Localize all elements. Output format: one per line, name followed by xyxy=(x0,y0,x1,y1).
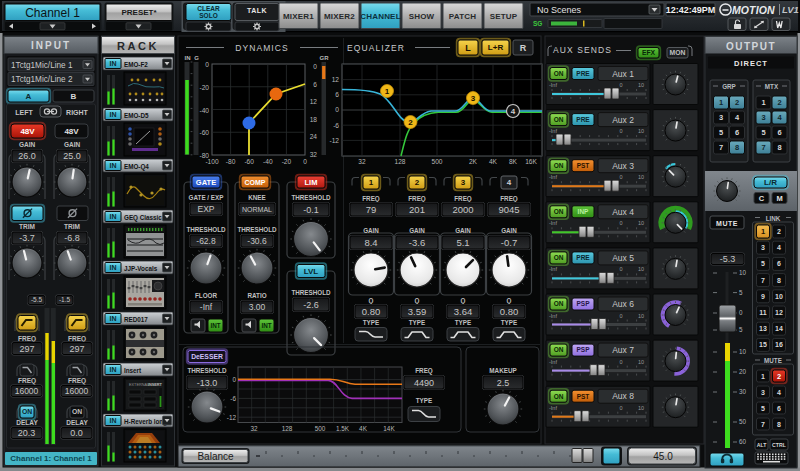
svg-text:0: 0 xyxy=(205,61,209,68)
svg-text:20.3: 20.3 xyxy=(18,428,36,438)
svg-text:10: 10 xyxy=(638,313,644,319)
svg-text:IN: IN xyxy=(110,162,117,169)
svg-text:H-Reverb long: H-Reverb long xyxy=(124,418,167,426)
svg-text:3: 3 xyxy=(719,113,723,122)
svg-text:PRE: PRE xyxy=(576,254,590,261)
svg-text:GRP: GRP xyxy=(722,83,736,90)
svg-text:TRIM: TRIM xyxy=(64,223,80,230)
svg-text:INT: INT xyxy=(210,322,220,329)
svg-text:LEFT: LEFT xyxy=(15,109,33,116)
svg-text:-60: -60 xyxy=(199,129,209,136)
svg-text:3: 3 xyxy=(761,113,765,122)
svg-text:2: 2 xyxy=(735,98,739,107)
svg-text:-60: -60 xyxy=(244,158,254,165)
svg-text:AUX SENDS: AUX SENDS xyxy=(553,45,612,55)
svg-text:TYPE: TYPE xyxy=(455,319,471,326)
svg-text:18: 18 xyxy=(310,116,318,123)
svg-text:5: 5 xyxy=(719,128,723,137)
svg-text:10: 10 xyxy=(638,405,644,411)
svg-text:0: 0 xyxy=(619,82,622,88)
svg-text:ON: ON xyxy=(554,116,564,123)
svg-text:FREQ: FREQ xyxy=(408,195,426,203)
svg-text:2: 2 xyxy=(415,178,420,187)
svg-text:16: 16 xyxy=(775,341,783,348)
svg-text:GR: GR xyxy=(320,55,330,61)
svg-text:GATE / EXP: GATE / EXP xyxy=(189,194,224,201)
svg-text:-12: -12 xyxy=(227,414,237,421)
svg-text:8: 8 xyxy=(777,421,781,428)
svg-text:-0.1: -0.1 xyxy=(303,205,319,215)
svg-text:4: 4 xyxy=(511,107,516,116)
svg-text:48V: 48V xyxy=(20,127,35,136)
svg-text:-62.8: -62.8 xyxy=(196,236,216,246)
svg-text:JJP-Vocals: JJP-Vocals xyxy=(124,265,158,272)
svg-text:32: 32 xyxy=(358,158,366,165)
svg-text:RIGHT: RIGHT xyxy=(66,109,89,116)
svg-text:14: 14 xyxy=(775,325,783,332)
svg-text:1: 1 xyxy=(761,98,765,107)
svg-text:PRESET*: PRESET* xyxy=(121,8,157,17)
svg-text:FREQ: FREQ xyxy=(18,377,36,385)
svg-text:L+R: L+R xyxy=(488,43,504,52)
svg-text:13: 13 xyxy=(759,325,767,332)
svg-text:GAIN: GAIN xyxy=(363,227,379,234)
svg-text:Aux 5: Aux 5 xyxy=(612,253,634,263)
svg-text:1Tctg1Mic/Line 2: 1Tctg1Mic/Line 2 xyxy=(11,75,73,84)
svg-text:-3.6: -3.6 xyxy=(409,237,425,248)
svg-text:Aux 8: Aux 8 xyxy=(612,391,634,401)
svg-text:8: 8 xyxy=(735,143,739,152)
svg-text:TALK: TALK xyxy=(247,7,267,14)
svg-text:2: 2 xyxy=(777,98,781,107)
svg-text:3: 3 xyxy=(461,178,466,187)
svg-text:DeESSER: DeESSER xyxy=(191,353,223,360)
svg-text:1.5K: 1.5K xyxy=(336,425,350,432)
svg-text:-30.6: -30.6 xyxy=(247,236,267,246)
svg-text:LVL: LVL xyxy=(304,267,319,276)
svg-text:FREQ: FREQ xyxy=(500,195,518,203)
svg-text:C: C xyxy=(759,194,765,203)
svg-text:-13.0: -13.0 xyxy=(197,378,218,388)
svg-text:4: 4 xyxy=(777,244,781,251)
svg-text:No Scenes: No Scenes xyxy=(537,5,582,15)
svg-text:-Inf: -Inf xyxy=(549,405,557,411)
svg-text:Channel 1: Channel 1: Channel 1: Channel 1 xyxy=(10,454,92,463)
svg-text:7: 7 xyxy=(761,143,765,152)
svg-text:6: 6 xyxy=(313,81,317,88)
svg-text:NORMAL: NORMAL xyxy=(242,206,272,213)
svg-text:MUTE: MUTE xyxy=(764,357,782,364)
svg-text:26.0: 26.0 xyxy=(18,151,36,161)
svg-text:500: 500 xyxy=(315,425,326,432)
svg-text:1: 1 xyxy=(719,98,723,107)
svg-text:16000: 16000 xyxy=(15,386,39,396)
svg-text:25.0: 25.0 xyxy=(63,151,81,161)
svg-text:297: 297 xyxy=(19,344,34,354)
svg-text:12: 12 xyxy=(332,76,340,83)
svg-text:2K: 2K xyxy=(469,158,478,165)
svg-text:ALT: ALT xyxy=(757,442,768,448)
svg-text:Aux 4: Aux 4 xyxy=(612,207,634,217)
svg-text:ON: ON xyxy=(554,162,564,169)
svg-text:3: 3 xyxy=(761,244,765,251)
svg-text:SG: SG xyxy=(533,20,542,27)
svg-text:4K: 4K xyxy=(489,158,498,165)
svg-text:FREQ: FREQ xyxy=(18,335,36,343)
svg-text:2.5: 2.5 xyxy=(497,378,510,388)
svg-text:-5.3: -5.3 xyxy=(720,254,736,264)
svg-text:60: 60 xyxy=(739,438,747,445)
svg-text:CLEAR: CLEAR xyxy=(197,5,220,12)
svg-text:GAIN: GAIN xyxy=(501,227,517,234)
svg-text:-20: -20 xyxy=(199,84,209,91)
svg-text:45.0: 45.0 xyxy=(653,451,673,462)
svg-text:PST: PST xyxy=(577,393,590,400)
svg-text:MOTION: MOTION xyxy=(732,4,775,16)
svg-text:TYPE: TYPE xyxy=(363,319,379,326)
svg-text:Q: Q xyxy=(415,297,420,305)
svg-text:10: 10 xyxy=(638,266,644,272)
svg-text:-40: -40 xyxy=(263,158,273,165)
svg-text:0: 0 xyxy=(619,128,622,134)
svg-text:GATE: GATE xyxy=(196,178,216,187)
svg-text:-100: -100 xyxy=(205,158,219,165)
svg-text:EMO-D5: EMO-D5 xyxy=(124,112,149,119)
svg-text:GAIN: GAIN xyxy=(409,227,425,234)
svg-text:R: R xyxy=(520,43,527,53)
